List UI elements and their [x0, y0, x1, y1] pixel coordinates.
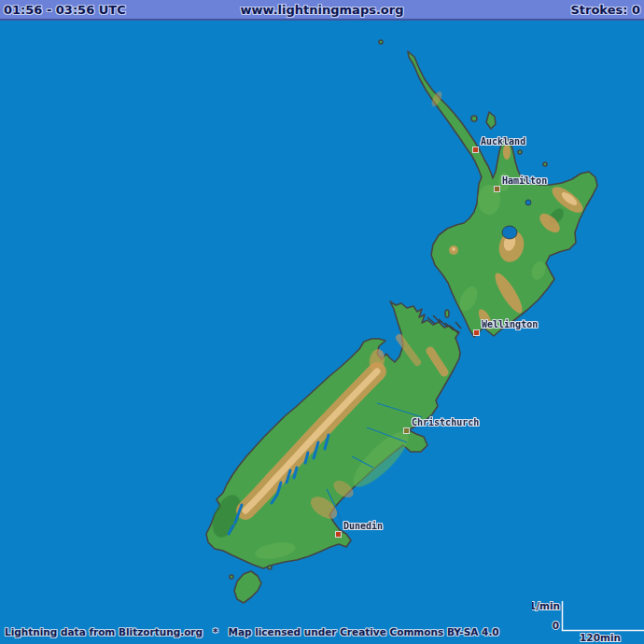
legend-axis	[563, 601, 644, 631]
city-marker-icon	[403, 427, 410, 434]
city-label: Auckland	[481, 136, 525, 147]
map-canvas[interactable]	[0, 21, 644, 644]
attribution-text: Lightning data from Blitzortung.org * Ma…	[5, 626, 499, 637]
city-label: Wellington	[482, 319, 538, 329]
city-label: Hamilton	[502, 175, 547, 186]
status-bar: 01:56 - 03:56 UTC www.lightningmaps.org …	[0, 0, 644, 21]
legend-time-axis: 120min	[580, 632, 621, 643]
lightningmaps-page: 01:56 - 03:56 UTC www.lightningmaps.org …	[0, 0, 644, 644]
time-range: 01:56 - 03:56 UTC	[0, 3, 130, 17]
city-marker-icon	[494, 186, 500, 192]
city-marker-icon	[473, 329, 480, 336]
lake-rotorua	[525, 200, 531, 205]
legend-rate-max: 1/min	[532, 600, 560, 611]
strokes-counter: Strokes: 0	[567, 3, 644, 17]
rate-legend: 1/min 0 120min	[532, 595, 644, 644]
city-label: Christchurch	[412, 417, 479, 427]
city-label: Dunedin	[343, 521, 383, 531]
lake-taupo	[502, 226, 517, 239]
legend-rate-min: 0	[553, 620, 559, 631]
city-marker-icon	[335, 531, 342, 538]
city-marker-icon	[472, 147, 479, 153]
